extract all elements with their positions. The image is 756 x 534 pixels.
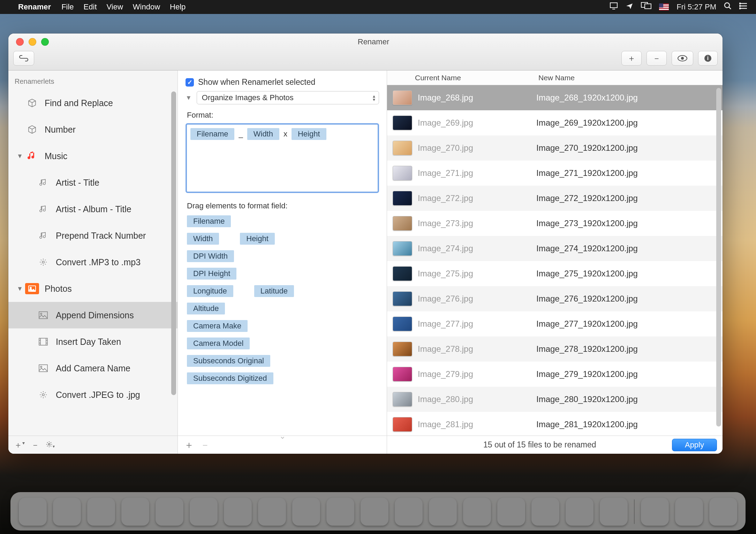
dock-reminders-icon[interactable]	[292, 498, 320, 526]
sidebar-item-find-replace[interactable]: Find and Replace	[8, 90, 177, 116]
dock-siri-icon[interactable]	[53, 498, 81, 526]
info-button[interactable]: i	[698, 51, 718, 66]
available-token[interactable]: Height	[240, 233, 275, 245]
table-row[interactable]: Image_276.jpgImage_276_1920x1200.jpg	[387, 286, 723, 311]
sidebar-item-add-camera[interactable]: Add Camera Name	[8, 355, 177, 381]
table-row[interactable]: Image_279.jpgImage_279_1920x1200.jpg	[387, 362, 723, 387]
add-chain-button[interactable]: ＋	[184, 438, 194, 452]
flag-icon[interactable]	[659, 3, 669, 10]
dock-photos-icon[interactable]	[361, 498, 388, 526]
available-token[interactable]: Filename	[187, 215, 231, 227]
remove-button[interactable]: －	[647, 51, 667, 66]
sidebar-item-prepend-track[interactable]: Prepend Track Number	[8, 222, 177, 249]
dock-contacts-icon[interactable]	[190, 498, 218, 526]
dock-finder-icon[interactable]	[19, 498, 47, 526]
close-window-button[interactable]	[16, 38, 24, 46]
apply-button[interactable]: Apply	[672, 439, 717, 451]
add-renamerlet-button[interactable]: ＋▾	[14, 439, 25, 451]
available-token[interactable]: Latitude	[254, 285, 294, 297]
zoom-window-button[interactable]	[41, 38, 49, 46]
dock-ibooks-icon[interactable]	[497, 498, 525, 526]
sidebar-item-number[interactable]: Number	[8, 116, 177, 143]
chain-link-button[interactable]	[13, 51, 34, 66]
dock-maps-icon[interactable]	[326, 498, 354, 526]
sidebar-item-insert-day[interactable]: Insert Day Taken	[8, 328, 177, 355]
column-new-name[interactable]: New Name	[535, 74, 575, 82]
available-token[interactable]: Subseconds Digitized	[187, 372, 273, 384]
available-token[interactable]: Altitude	[187, 303, 225, 314]
disclosure-triangle-icon[interactable]: ▼	[17, 153, 23, 160]
sidebar-item-convert-mp3[interactable]: Convert .MP3 to .mp3	[8, 249, 177, 275]
tray-icon[interactable]	[610, 2, 618, 12]
sidebar-item-artist-title[interactable]: Artist - Title	[8, 169, 177, 196]
table-row[interactable]: Image_281.jpgImage_281_1920x1200.jpg	[387, 412, 723, 436]
available-token[interactable]: Subseconds Original	[187, 355, 270, 367]
disclosure-triangle-icon[interactable]: ▼	[186, 94, 192, 102]
format-token-filename[interactable]: Filename	[190, 128, 234, 140]
dock-mail-icon[interactable]	[156, 498, 183, 526]
dock-calendar-icon[interactable]	[224, 498, 252, 526]
dock-trash-icon[interactable]	[709, 498, 737, 526]
available-token[interactable]: Camera Model	[187, 338, 250, 349]
format-token-width[interactable]: Width	[247, 128, 279, 140]
format-separator[interactable]: x	[279, 128, 292, 140]
preview-button[interactable]	[672, 51, 693, 66]
dock-app-icon[interactable]	[566, 498, 594, 526]
dock-sysprefs-icon[interactable]	[531, 498, 559, 526]
available-token[interactable]: Width	[187, 233, 219, 245]
preset-select[interactable]: Organize Images & Photos ▴▾	[197, 91, 379, 104]
table-row[interactable]: Image_272.jpgImage_272_1920x1200.jpg	[387, 186, 723, 211]
format-field[interactable]: Filename _ Width x Height	[186, 123, 379, 193]
dock-messages-icon[interactable]	[395, 498, 423, 526]
available-token[interactable]: Camera Make	[187, 320, 248, 332]
sidebar-group-photos[interactable]: ▼ Photos	[8, 275, 177, 302]
menu-edit[interactable]: Edit	[84, 2, 97, 12]
dock-facetime-icon[interactable]	[429, 498, 457, 526]
dock-launchpad-icon[interactable]	[87, 498, 115, 526]
menu-help[interactable]: Help	[170, 2, 186, 12]
table-row[interactable]: Image_273.jpgImage_273_1920x1200.jpg	[387, 211, 723, 236]
dock-documents-icon[interactable]	[675, 498, 703, 526]
active-app-menu[interactable]: Renamer	[18, 2, 51, 12]
menu-view[interactable]: View	[107, 2, 123, 12]
sidebar-item-convert-jpeg[interactable]: Convert .JPEG to .jpg	[8, 381, 177, 408]
menu-file[interactable]: File	[61, 2, 74, 12]
format-token-height[interactable]: Height	[292, 128, 326, 140]
available-token[interactable]: Longitude	[187, 285, 233, 297]
dock-itunes-icon[interactable]	[463, 498, 491, 526]
disclosure-triangle-icon[interactable]: ▼	[17, 285, 23, 292]
format-separator[interactable]: _	[234, 128, 247, 140]
table-row[interactable]: Image_274.jpgImage_274_1920x1200.jpg	[387, 236, 723, 261]
files-scrollbar[interactable]	[716, 88, 721, 427]
sidebar-scrollbar[interactable]	[171, 91, 176, 395]
table-row[interactable]: Image_271.jpgImage_271_1920x1200.jpg	[387, 161, 723, 186]
tray-icon[interactable]	[626, 2, 633, 12]
displays-icon[interactable]	[641, 2, 651, 12]
actions-button[interactable]: ▾	[46, 440, 55, 450]
show-when-selected-checkbox[interactable]	[186, 78, 194, 87]
table-row[interactable]: Image_280.jpgImage_280_1920x1200.jpg	[387, 387, 723, 412]
dock-app-icon[interactable]	[641, 498, 669, 526]
spotlight-icon[interactable]	[724, 2, 732, 12]
sidebar-group-music[interactable]: ▼ Music	[8, 143, 177, 169]
minimize-window-button[interactable]	[29, 38, 36, 46]
clock[interactable]: Fri 5:27 PM	[676, 2, 716, 12]
remove-chain-button[interactable]: －	[200, 438, 210, 452]
table-row[interactable]: Image_278.jpgImage_278_1920x1200.jpg	[387, 336, 723, 362]
table-row[interactable]: Image_269.jpgImage_269_1920x1200.jpg	[387, 110, 723, 135]
add-button[interactable]: ＋	[621, 51, 642, 66]
available-token[interactable]: DPI Width	[187, 250, 234, 262]
table-row[interactable]: Image_275.jpgImage_275_1920x1200.jpg	[387, 261, 723, 286]
table-row[interactable]: Image_277.jpgImage_277_1920x1200.jpg	[387, 311, 723, 336]
table-row[interactable]: Image_268.jpgImage_268_1920x1200.jpg	[387, 85, 723, 110]
dock-safari-icon[interactable]	[121, 498, 149, 526]
sidebar-item-append-dimensions[interactable]: Append Dimensions	[8, 302, 177, 328]
available-token[interactable]: DPI Height	[187, 268, 236, 280]
dock-app-icon[interactable]	[600, 498, 628, 526]
sidebar-item-artist-album-title[interactable]: Artist - Album - Title	[8, 196, 177, 222]
remove-renamerlet-button[interactable]: －	[31, 439, 39, 451]
dock-notes-icon[interactable]	[258, 498, 286, 526]
notifications-icon[interactable]	[739, 2, 748, 12]
menu-window[interactable]: Window	[133, 2, 160, 12]
chevron-down-icon[interactable]: ⌄	[279, 432, 286, 441]
